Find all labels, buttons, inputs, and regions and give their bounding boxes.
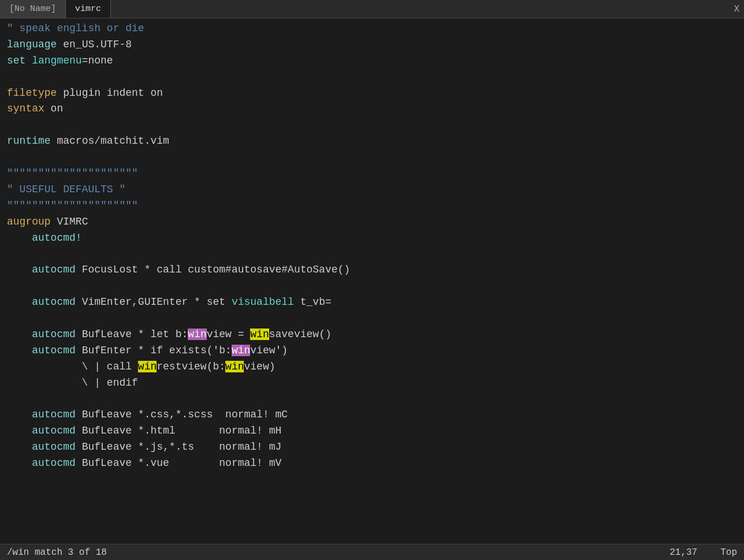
editor-line: """""""""""""""""""""	[7, 166, 737, 182]
editor-line: autocmd BufEnter * if exists('b:winview'…	[7, 343, 737, 359]
editor-line: autocmd!	[7, 230, 737, 247]
editor-line: language en_US.UTF-8	[7, 37, 737, 53]
editor-line: \ | endif	[7, 375, 737, 391]
editor-line: \ | call winrestview(b:winview)	[7, 359, 737, 375]
editor-line: runtime macros/matchit.vim	[7, 133, 737, 150]
tab-bar: [No Name] vimrc X	[0, 0, 744, 18]
editor-line: autocmd BufLeave *.js,*.ts normal! mJ	[7, 439, 737, 456]
editor-line	[7, 391, 737, 407]
editor-line: " USEFUL DEFAULTS "	[7, 182, 737, 198]
editor-line	[7, 311, 737, 327]
editor-line: autocmd BufLeave *.html normal! mH	[7, 423, 737, 439]
editor-line	[7, 278, 737, 294]
editor-line: autocmd VimEnter,GUIEnter * set visualbe…	[7, 294, 737, 311]
editor-area: " speak english or dielanguage en_US.UTF…	[0, 18, 744, 544]
status-scroll: Top	[720, 547, 737, 558]
editor-line: syntax on	[7, 101, 737, 117]
editor-line	[7, 246, 737, 262]
tab-vimrc[interactable]: vimrc	[66, 0, 111, 18]
editor-line: filetype plugin indent on	[7, 85, 737, 102]
editor-line: """""""""""""""""""""	[7, 198, 737, 214]
editor-line	[7, 117, 737, 133]
editor-line: " speak english or die	[7, 21, 737, 37]
editor-line: autocmd BufLeave *.vue normal! mV	[7, 456, 737, 472]
editor-line	[7, 69, 737, 85]
editor-line: autocmd FocusLost * call custom#autosave…	[7, 262, 737, 278]
status-position: 21,37	[669, 547, 697, 558]
editor-line: augroup VIMRC	[7, 214, 737, 230]
status-search: /win match 3 of 18	[7, 547, 669, 558]
editor-line: set langmenu=none	[7, 53, 737, 69]
close-button[interactable]: X	[734, 4, 739, 14]
editor-line: autocmd BufLeave *.css,*.scss normal! mC	[7, 407, 737, 423]
status-right: 21,37 Top	[669, 547, 737, 558]
tab-no-name[interactable]: [No Name]	[0, 0, 66, 18]
editor-line: autocmd BufLeave * let b:winview = winsa…	[7, 327, 737, 343]
status-bar: /win match 3 of 18 21,37 Top	[0, 544, 744, 560]
editor-line	[7, 150, 737, 166]
